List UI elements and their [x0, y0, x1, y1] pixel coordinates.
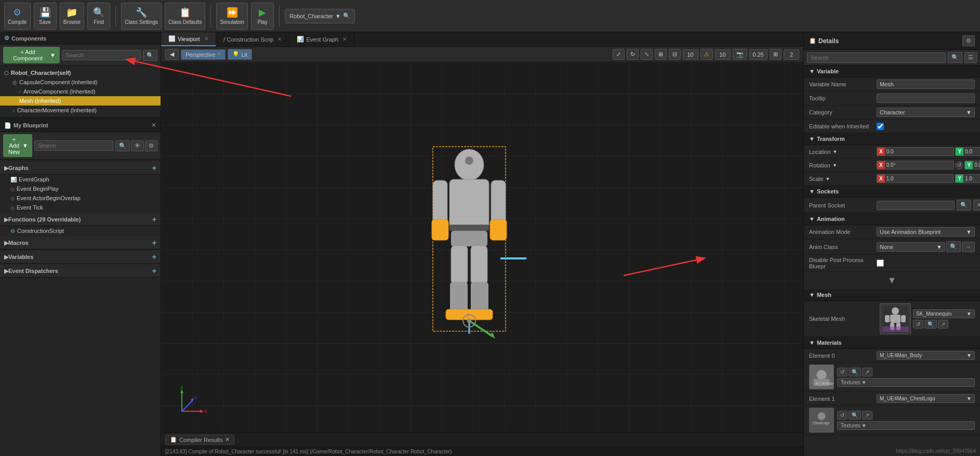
material1-browse[interactable]: 🔍	[849, 411, 861, 420]
tab-eventgraph[interactable]: 📊 Event Graph ✕	[289, 32, 354, 46]
rotation-x-input[interactable]	[885, 161, 954, 169]
tree-item-arrow[interactable]: ↑ ArrowComponent (Inherited)	[0, 87, 161, 96]
perspective-button[interactable]: Perspective ▼	[181, 49, 226, 60]
details-section-mesh[interactable]: ▼ Mesh	[804, 289, 980, 301]
details-search-input[interactable]	[807, 53, 946, 63]
bp-section-macros-header[interactable]: ▶ Macros +	[0, 237, 161, 250]
animation-expand-button[interactable]: ▼	[888, 275, 897, 286]
bp-section-graphs-header[interactable]: ▶ Graphs +	[0, 162, 161, 175]
add-component-button[interactable]: + Add Component ▼	[3, 47, 60, 63]
bp-section-variables-header[interactable]: ▶ Variables +	[0, 251, 161, 264]
animclass-browse-button[interactable]: 🔍	[946, 241, 961, 252]
material1-use[interactable]: ↗	[862, 411, 872, 420]
simulation-button[interactable]: ⏩ Simulation	[216, 3, 248, 30]
compiler-close[interactable]: ✕	[225, 436, 230, 443]
vp-scale-button[interactable]: ⤡	[641, 49, 653, 60]
bp-item-eventgraph[interactable]: 📊 EventGraph	[0, 175, 161, 184]
components-search-button[interactable]: 🔍	[143, 50, 157, 61]
lit-button[interactable]: 💡 Lit	[228, 49, 252, 60]
material0-use[interactable]: ↗	[862, 368, 872, 376]
details-filter-button[interactable]: ☰	[964, 52, 977, 63]
material0-reset[interactable]: ↺	[837, 368, 847, 376]
tree-item-root[interactable]: ⬡ Robot_Character(self)	[0, 68, 161, 77]
bp-item-eventtick[interactable]: ◇ Event Tick	[0, 203, 161, 212]
macros-add-button[interactable]: +	[152, 239, 156, 247]
material1-textures[interactable]: Textures ▼	[837, 421, 975, 430]
vp-grid-button[interactable]: ⊟	[669, 49, 681, 60]
find-button[interactable]: 🔍 Find	[87, 3, 110, 30]
viewport-close[interactable]: ✕	[204, 36, 208, 42]
class-settings-button[interactable]: 🔧 Class Settings	[121, 3, 162, 30]
element0-dropdown[interactable]: M_UE4Man_Body ▼	[877, 351, 975, 360]
bp-item-construction[interactable]: ⚙ ConstructionScript	[0, 226, 161, 236]
scale-x-input[interactable]	[885, 175, 954, 183]
vp-move-button[interactable]: ⤢	[613, 49, 625, 60]
skeletal-mesh-dropdown[interactable]: SK_Mannequin ▼	[913, 309, 975, 318]
details-section-sockets[interactable]: ▼ Sockets	[804, 186, 980, 198]
eventgraph-close[interactable]: ✕	[342, 36, 347, 42]
blueprint-eye-button[interactable]: 👁	[131, 140, 144, 151]
animclass-dropdown[interactable]: None ▼	[877, 242, 945, 252]
play-button[interactable]: ▶ Play	[251, 3, 274, 30]
scale-y-input[interactable]	[963, 175, 980, 183]
class-defaults-button[interactable]: 📋 Class Defaults	[165, 3, 205, 30]
debug-filter[interactable]: Robot_Character ▼ 🔍	[285, 9, 355, 23]
skeletal-mesh-browse[interactable]: 🔍	[924, 320, 937, 329]
animmode-dropdown[interactable]: Use Animation Blueprint ▼	[877, 227, 975, 237]
vp-warn-button[interactable]: ⚠	[700, 49, 713, 60]
vp-camera-button[interactable]: 📷	[733, 49, 747, 60]
tab-viewport[interactable]: ⬜ Viewport ✕	[161, 32, 216, 46]
graphs-add-button[interactable]: +	[152, 164, 156, 172]
category-dropdown[interactable]: Character ▼	[877, 108, 975, 117]
details-search-button[interactable]: 🔍	[948, 52, 962, 63]
disable-pp-checkbox[interactable]	[877, 259, 884, 267]
variables-add-button[interactable]: +	[152, 253, 156, 261]
compile-button[interactable]: ⚙ Compile	[4, 3, 31, 30]
rotation-x-reset[interactable]: ↺	[955, 161, 963, 170]
browse-button[interactable]: 📁 Browse	[60, 3, 84, 30]
socket-search-button[interactable]: 🔍	[957, 200, 971, 211]
vp-rotate-button[interactable]: ↻	[627, 49, 639, 60]
blueprint-settings-button[interactable]: ⚙	[145, 140, 157, 151]
functions-add-button[interactable]: +	[152, 215, 156, 224]
bp-section-dispatchers-header[interactable]: ▶ Event Dispatchers +	[0, 265, 161, 278]
details-section-transform[interactable]: ▼ Transform	[804, 133, 980, 145]
tab-construction[interactable]: 𝑓 Construction Scrip ✕	[216, 32, 290, 46]
vp-world-button[interactable]: ⊞	[655, 49, 667, 60]
blueprint-search-button[interactable]: 🔍	[115, 140, 130, 151]
dispatchers-add-button[interactable]: +	[152, 267, 156, 275]
location-y-input[interactable]	[963, 148, 980, 155]
details-section-variable[interactable]: ▼ Variable	[804, 66, 980, 77]
rotation-y-input[interactable]	[973, 161, 980, 169]
skeletal-mesh-reset[interactable]: ↺	[913, 320, 923, 329]
blueprint-search-input[interactable]	[34, 140, 113, 151]
socket-clear-button[interactable]: ✕	[973, 200, 980, 211]
components-search-input[interactable]	[62, 50, 141, 60]
blueprint-close-button[interactable]: ✕	[151, 122, 156, 129]
tree-item-mesh[interactable]: ☐ Mesh (Inherited)	[0, 96, 161, 106]
compiler-results-tab[interactable]: 📋 Compiler Results ✕	[165, 435, 234, 445]
element1-dropdown[interactable]: M_UE4Man_ChestLogo ▼	[877, 394, 975, 403]
add-new-button[interactable]: + Add New ▼	[3, 134, 32, 157]
construction-close[interactable]: ✕	[277, 36, 282, 42]
material1-reset[interactable]: ↺	[837, 411, 847, 420]
bp-section-functions-header[interactable]: ▶ Functions (29 Overridable) +	[0, 213, 161, 226]
details-section-materials[interactable]: ▼ Materials	[804, 337, 980, 349]
tooltip-input[interactable]	[877, 94, 975, 103]
save-button[interactable]: 💾 Save	[34, 3, 57, 30]
vp-nav-button[interactable]: ◀	[165, 49, 179, 60]
details-section-animation[interactable]: ▼ Animation	[804, 213, 980, 225]
details-settings-button[interactable]: ⚙	[962, 35, 975, 46]
socket-input[interactable]	[877, 201, 955, 210]
location-x-input[interactable]	[885, 148, 954, 155]
tree-item-movement[interactable]: ↕ CharacterMovement (Inherited)	[0, 106, 161, 115]
material0-textures[interactable]: Textures ▼	[837, 378, 975, 387]
bp-item-actoroverlap[interactable]: ◇ Event ActorBeginOverlap	[0, 193, 161, 203]
bp-item-beginplay[interactable]: ◇ Event BeginPlay	[0, 184, 161, 193]
skeletal-mesh-use[interactable]: ↗	[938, 320, 948, 329]
tree-item-capsule[interactable]: ◎ CapsuleComponent (Inherited)	[0, 77, 161, 87]
editable-checkbox[interactable]	[877, 123, 884, 130]
viewport-3d[interactable]: X Z Y	[161, 62, 803, 432]
animclass-goto-button[interactable]: →	[962, 242, 975, 252]
vp-layers-button[interactable]: ⊞	[770, 49, 782, 60]
